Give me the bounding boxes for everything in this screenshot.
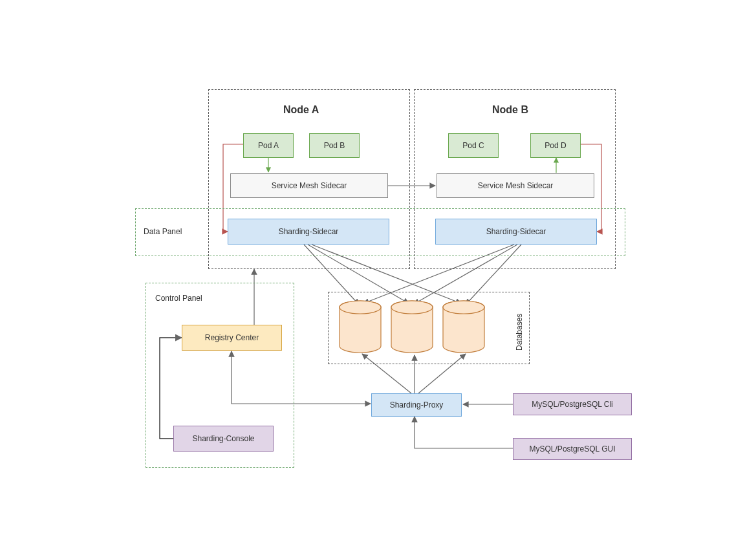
node-b-title: Node B: [492, 104, 528, 116]
sharding-proxy: Sharding-Proxy: [371, 393, 462, 417]
pod-b-label: Pod B: [324, 141, 345, 150]
databases-box: Databases: [328, 292, 530, 364]
sharding-sidecar-a: Sharding-Sidecar: [228, 219, 389, 245]
pod-c-label: Pod C: [462, 141, 484, 150]
sharding-console: Sharding-Console: [173, 426, 274, 452]
mysql-gui-client: MySQL/PostgreSQL GUI: [513, 438, 632, 460]
control-panel-label: Control Panel: [155, 294, 202, 303]
service-mesh-a: Service Mesh Sidecar: [230, 173, 388, 198]
pod-a-label: Pod A: [258, 141, 279, 150]
pod-b: Pod B: [309, 133, 360, 158]
pod-d-label: Pod D: [545, 141, 566, 150]
pod-d: Pod D: [530, 133, 581, 158]
mysql-gui-label: MySQL/PostgreSQL GUI: [530, 444, 616, 453]
pod-c: Pod C: [448, 133, 499, 158]
node-a-title: Node A: [283, 104, 319, 116]
mysql-cli-label: MySQL/PostgreSQL Cli: [532, 400, 613, 409]
sharding-proxy-label: Sharding-Proxy: [390, 400, 444, 409]
sharding-sidecar-b-label: Sharding-Sidecar: [486, 227, 546, 236]
sharding-console-label: Sharding-Console: [192, 434, 254, 443]
data-panel-label: Data Panel: [144, 227, 182, 236]
service-mesh-b-label: Service Mesh Sidecar: [478, 181, 554, 190]
mysql-cli-client: MySQL/PostgreSQL Cli: [513, 393, 632, 415]
databases-label: Databases: [515, 305, 524, 351]
registry-center-label: Registry Center: [205, 333, 259, 342]
service-mesh-a-label: Service Mesh Sidecar: [272, 181, 347, 190]
diagram-stage: Data Panel Node A Node B Pod A Pod B Pod…: [0, 0, 756, 535]
service-mesh-b: Service Mesh Sidecar: [437, 173, 594, 198]
sharding-sidecar-b: Sharding-Sidecar: [435, 219, 597, 245]
sharding-sidecar-a-label: Sharding-Sidecar: [279, 227, 339, 236]
pod-a: Pod A: [243, 133, 294, 158]
registry-center: Registry Center: [182, 325, 282, 351]
